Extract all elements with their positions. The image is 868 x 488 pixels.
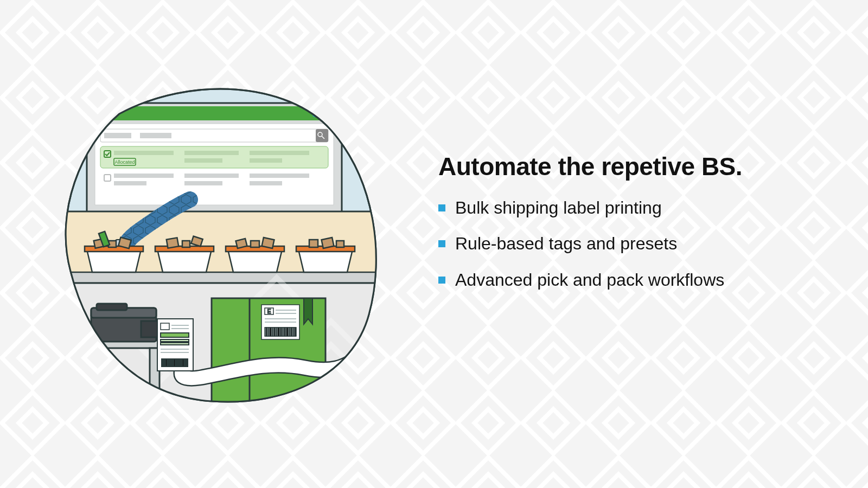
feature-text: Bulk shipping label printing — [455, 197, 662, 218]
svg-rect-25 — [114, 181, 146, 185]
svg-marker-33 — [87, 249, 141, 272]
svg-rect-84 — [293, 328, 293, 336]
svg-rect-27 — [250, 181, 282, 185]
svg-rect-83 — [291, 328, 292, 336]
svg-rect-103 — [164, 359, 164, 367]
svg-rect-22 — [114, 174, 174, 178]
svg-rect-2 — [90, 106, 339, 120]
svg-rect-37 — [118, 237, 131, 249]
feature-list: Bulk shipping label printing Rule-based … — [438, 197, 830, 290]
svg-rect-107 — [172, 359, 173, 367]
marketing-copy: Automate the repetive BS. Bulk shipping … — [438, 152, 830, 305]
svg-rect-52 — [322, 237, 334, 248]
svg-rect-15 — [184, 151, 239, 155]
svg-rect-79 — [283, 328, 283, 336]
automation-illustration: Allocated — [49, 70, 385, 418]
feature-text: Advanced pick and pack workflows — [455, 269, 724, 290]
svg-rect-6 — [100, 129, 328, 142]
svg-rect-81 — [286, 328, 288, 336]
svg-rect-108 — [174, 359, 175, 367]
svg-rect-12 — [100, 146, 328, 168]
svg-rect-26 — [184, 181, 222, 185]
svg-rect-97 — [161, 333, 189, 337]
svg-rect-105 — [168, 359, 169, 367]
svg-rect-24 — [250, 174, 309, 178]
svg-rect-112 — [182, 359, 184, 367]
svg-rect-77 — [278, 328, 279, 336]
svg-rect-51 — [309, 240, 318, 247]
shipping-box: E — [212, 298, 326, 412]
svg-text:Allocated: Allocated — [114, 159, 135, 165]
svg-rect-87 — [92, 348, 102, 418]
svg-rect-78 — [280, 328, 282, 336]
svg-rect-23 — [184, 174, 239, 178]
svg-rect-14 — [114, 151, 174, 155]
svg-rect-20 — [250, 158, 282, 163]
svg-text:E: E — [267, 309, 271, 314]
svg-rect-111 — [180, 359, 181, 367]
svg-marker-49 — [298, 249, 353, 272]
svg-rect-114 — [187, 359, 188, 367]
headline: Automate the repetive BS. — [438, 152, 830, 181]
svg-rect-80 — [284, 328, 285, 336]
svg-rect-75 — [274, 328, 275, 336]
svg-rect-76 — [276, 328, 277, 336]
svg-rect-42 — [182, 241, 190, 247]
svg-rect-104 — [165, 359, 167, 367]
svg-rect-73 — [270, 328, 271, 336]
svg-marker-39 — [157, 249, 212, 272]
svg-rect-41 — [167, 237, 178, 248]
svg-rect-53 — [336, 241, 344, 247]
svg-rect-113 — [185, 359, 186, 367]
svg-rect-72 — [268, 328, 269, 336]
svg-rect-11 — [140, 133, 171, 138]
list-item: Advanced pick and pack workflows — [438, 269, 830, 290]
svg-rect-106 — [170, 359, 171, 367]
bullet-icon — [438, 277, 445, 284]
svg-rect-102 — [162, 359, 163, 367]
svg-rect-10 — [104, 133, 131, 138]
svg-rect-47 — [251, 241, 259, 247]
svg-rect-32 — [60, 272, 385, 283]
bullet-icon — [438, 204, 445, 211]
svg-marker-44 — [228, 249, 282, 272]
svg-rect-91 — [97, 304, 127, 310]
list-item: Rule-based tags and presets — [438, 233, 830, 254]
svg-rect-74 — [272, 328, 273, 336]
printed-label — [157, 319, 193, 371]
svg-rect-16 — [250, 151, 309, 155]
svg-rect-85 — [295, 328, 296, 336]
svg-rect-110 — [178, 359, 179, 367]
svg-rect-71 — [266, 328, 267, 336]
bullet-icon — [438, 240, 445, 247]
svg-rect-82 — [289, 328, 290, 336]
svg-rect-109 — [176, 359, 177, 367]
feature-text: Rule-based tags and presets — [455, 233, 677, 254]
svg-rect-46 — [236, 239, 247, 248]
svg-point-3 — [95, 110, 103, 117]
monitor: Allocated — [87, 103, 342, 228]
svg-rect-19 — [184, 158, 222, 163]
svg-rect-99 — [161, 343, 189, 345]
svg-rect-48 — [262, 237, 275, 248]
svg-rect-98 — [161, 339, 189, 342]
list-item: Bulk shipping label printing — [438, 197, 830, 218]
